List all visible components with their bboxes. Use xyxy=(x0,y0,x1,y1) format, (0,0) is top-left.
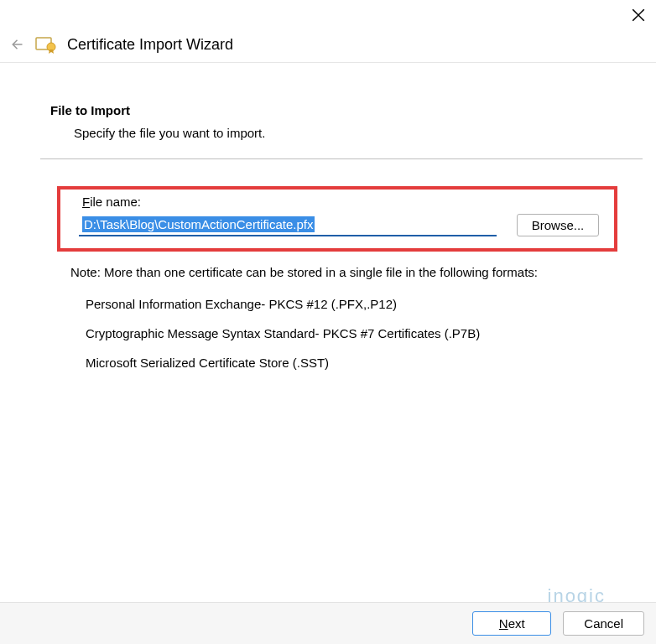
section-heading: File to Import xyxy=(50,103,633,117)
note-item: Microsoft Serialized Certificate Store (… xyxy=(86,356,633,370)
certificate-wizard-icon xyxy=(35,35,57,54)
note-item: Personal Information Exchange- PKCS #12 … xyxy=(86,297,633,311)
section-description: Specify the file you want to import. xyxy=(50,126,633,140)
close-icon[interactable] xyxy=(631,8,646,23)
next-button[interactable]: Next xyxy=(472,611,551,636)
back-arrow-icon[interactable] xyxy=(7,35,25,54)
filename-label: File name: xyxy=(82,195,599,209)
browse-button[interactable]: Browse... xyxy=(517,214,599,236)
note-item: Cryptographic Message Syntax Standard- P… xyxy=(86,326,633,340)
note-intro: Note: More than one certificate can be s… xyxy=(70,263,633,282)
filename-highlight-box: File name: D:\Task\Blog\CustomActionCert… xyxy=(57,186,617,252)
wizard-title: Certificate Import Wizard xyxy=(67,36,233,54)
filename-input[interactable]: D:\Task\Blog\CustomActionCertificate.pfx xyxy=(79,214,497,236)
cancel-button[interactable]: Cancel xyxy=(563,611,644,636)
separator xyxy=(40,158,643,159)
